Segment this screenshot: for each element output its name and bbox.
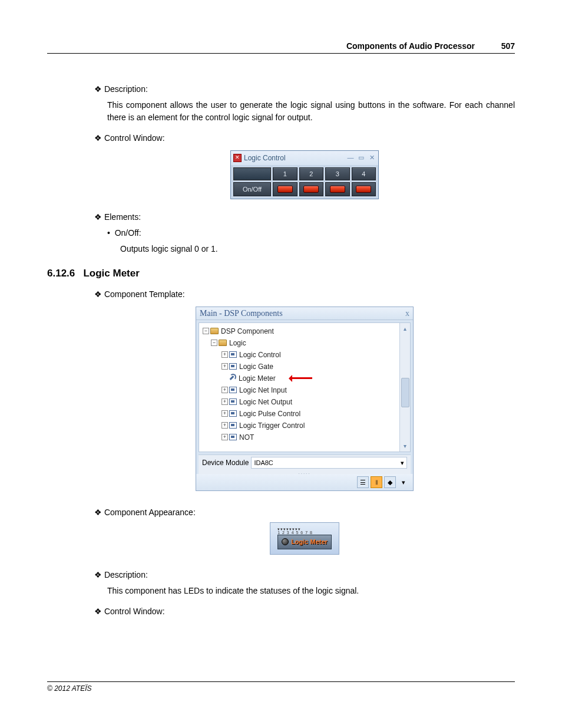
chevron-down-icon[interactable]: ▾ — [398, 476, 409, 488]
document-page: Components of Audio Processor 507 ❖ Desc… — [0, 0, 562, 639]
logic-meter-box: ▾▾▾▾▾▾▾▾1 2 3 4 5 6 7 8 Logic Meter — [270, 522, 339, 555]
expander-icon[interactable]: + — [222, 434, 228, 440]
tree-label: Logic Pulse Control — [239, 409, 300, 419]
folder-open-icon — [219, 340, 227, 346]
bullet-appearance: ❖ Component Appearance: — [94, 506, 515, 519]
expander-icon[interactable]: − — [203, 328, 209, 334]
tree-label: Logic Net Output — [239, 397, 292, 407]
dsp-title: Main - DSP Components — [200, 307, 283, 319]
toolbar-btn-pin[interactable]: ◆ — [384, 476, 396, 488]
bullet-onoff: • On/Off: — [94, 227, 515, 239]
dropdown-value: IDA8C — [254, 458, 273, 468]
lc-col-3: 3 — [325, 167, 350, 180]
expander-icon[interactable]: + — [222, 422, 228, 429]
lc-toggle-1[interactable] — [273, 182, 297, 196]
bullet-label: On/Off: — [115, 228, 141, 238]
toggle-button-icon — [277, 186, 293, 193]
lc-row-label: On/Off — [233, 182, 271, 196]
component-icon — [229, 363, 237, 370]
lc-col-2: 2 — [299, 167, 324, 180]
description-text: This component allows the user to genera… — [94, 99, 515, 124]
scrollbar[interactable]: ▴ ▾ — [399, 323, 410, 452]
dsp-titlebar: Main - DSP Components x — [196, 307, 413, 320]
scroll-down-icon[interactable]: ▾ — [402, 440, 408, 452]
tree-label: Logic Meter — [239, 373, 276, 384]
device-module-label: Device Module — [202, 457, 249, 468]
bullet-label: Component Template: — [104, 289, 185, 299]
folder-open-icon — [210, 328, 219, 334]
chevron-down-icon: ▾ — [401, 458, 404, 468]
lc-toggle-2[interactable] — [299, 182, 324, 196]
tree-label: Logic Gate — [239, 361, 273, 372]
expander-icon[interactable]: + — [222, 410, 228, 417]
description-2-text: This component has LEDs to indicate the … — [94, 585, 515, 597]
logic-control-figure: Logic Control — ▭ ✕ 1 2 3 4 On/Off — [94, 150, 515, 199]
logic-meter-figure: ▾▾▾▾▾▾▾▾1 2 3 4 5 6 7 8 Logic Meter — [94, 522, 515, 555]
expander-icon[interactable]: + — [222, 398, 228, 405]
expander-icon[interactable]: − — [211, 340, 217, 346]
tree-row[interactable]: + Logic Trigger Control — [199, 420, 410, 431]
close-icon[interactable]: ✕ — [368, 154, 376, 162]
dsp-figure: Main - DSP Components x − DSP Component … — [94, 307, 515, 492]
app-icon — [233, 154, 242, 162]
maximize-icon[interactable]: ▭ — [357, 154, 365, 162]
lc-toggle-4[interactable] — [352, 182, 376, 196]
expander-icon[interactable]: + — [222, 351, 228, 358]
wrench-icon — [229, 374, 236, 382]
logic-control-window: Logic Control — ▭ ✕ 1 2 3 4 On/Off — [230, 150, 379, 199]
page-header: Components of Audio Processor 507 — [47, 41, 515, 54]
bullet-label: Description: — [104, 570, 148, 579]
tree-row[interactable]: + Logic Pulse Control — [199, 408, 410, 420]
tree-row-logic[interactable]: − Logic — [199, 337, 410, 349]
tree-row[interactable]: + Logic Control — [199, 349, 410, 361]
bullet-elements: ❖ Elements: — [94, 211, 515, 223]
expander-icon[interactable]: + — [222, 387, 228, 393]
logic-meter-component[interactable]: Logic Meter — [277, 535, 332, 549]
copyright-text: © 2012 ATEÏS — [47, 684, 92, 693]
toolbar-btn-columns[interactable]: ⦀ — [371, 476, 382, 488]
header-section-title: Components of Audio Processor — [346, 41, 475, 51]
scroll-up-icon[interactable]: ▴ — [402, 323, 408, 334]
bullet-control-window-2: ❖ Control Window: — [94, 605, 515, 618]
lc-col-4: 4 — [352, 167, 376, 180]
section-title: Logic Meter — [83, 268, 139, 279]
toolbar-btn-list[interactable]: ☰ — [357, 476, 369, 488]
bullet-label: Control Window: — [104, 607, 165, 616]
device-module-dropdown[interactable]: IDA8C ▾ — [251, 457, 407, 469]
section-number: 6.12.6 — [47, 268, 75, 279]
tree-label: DSP Component — [221, 326, 274, 337]
lc-corner — [233, 167, 271, 180]
bullet-label: Control Window: — [104, 133, 165, 143]
bullet-label: Elements: — [104, 212, 141, 222]
component-icon — [229, 422, 237, 429]
minimize-icon[interactable]: — — [346, 154, 355, 162]
dsp-tree: − DSP Component − Logic + Logic Control — [199, 322, 411, 452]
tree-row-root[interactable]: − DSP Component — [199, 325, 410, 337]
bullet-label: Description: — [104, 84, 148, 94]
lc-col-1: 1 — [273, 167, 297, 180]
tree-row[interactable]: + Logic Gate — [199, 361, 410, 373]
scroll-thumb[interactable] — [401, 378, 409, 407]
toggle-button-icon — [330, 186, 345, 193]
lc-grid: 1 2 3 4 On/Off — [231, 165, 378, 199]
lc-toggle-3[interactable] — [325, 182, 350, 196]
tree-row[interactable]: + Logic Net Input — [199, 384, 410, 396]
lm-ticks: ▾▾▾▾▾▾▾▾1 2 3 4 5 6 7 8 — [277, 528, 332, 535]
tree-label: Logic Trigger Control — [239, 420, 305, 431]
onoff-text: Outputs logic signal 0 or 1. — [94, 243, 515, 255]
tree-row[interactable]: + Logic Net Output — [199, 396, 410, 408]
page-footer: © 2012 ATEÏS — [47, 681, 515, 693]
bullet-label: Component Appearance: — [104, 508, 196, 517]
dsp-footer: Device Module IDA8C ▾ — [199, 454, 411, 471]
close-icon[interactable]: x — [405, 307, 409, 319]
lm-label: Logic Meter — [291, 537, 328, 547]
tree-row[interactable]: + NOT — [199, 431, 410, 443]
expander-icon[interactable]: + — [222, 363, 228, 370]
lc-titlebar: Logic Control — ▭ ✕ — [231, 151, 378, 165]
tree-row-logic-meter[interactable]: Logic Meter — [199, 373, 410, 384]
dsp-panel: Main - DSP Components x − DSP Component … — [196, 307, 414, 492]
bullet-description-2: ❖ Description: — [94, 569, 515, 581]
led-icon — [282, 538, 289, 545]
content-area: ❖ Description: This component allows the… — [47, 83, 515, 618]
dsp-toolbar: ☰ ⦀ ◆ ▾ — [196, 474, 413, 490]
